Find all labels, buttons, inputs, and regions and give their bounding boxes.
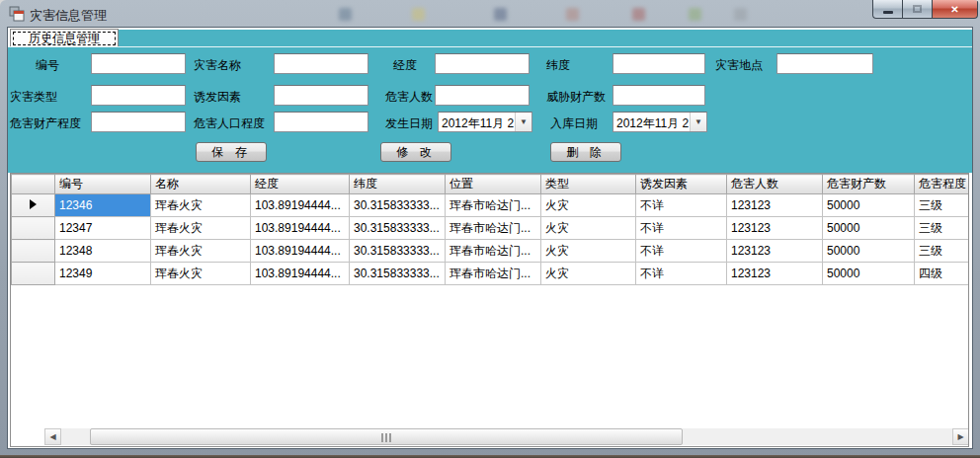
- disaster-place-input[interactable]: [776, 53, 873, 74]
- grid-cell[interactable]: 三级: [915, 240, 970, 263]
- grid-cell[interactable]: 珲春火灾: [151, 263, 251, 285]
- grid-cell[interactable]: 12348: [55, 240, 151, 263]
- scroll-right-button[interactable]: ▶: [952, 428, 969, 445]
- grid-cell[interactable]: 珲春火灾: [151, 217, 251, 240]
- column-header[interactable]: 名称: [151, 175, 251, 194]
- grid-cell[interactable]: 火灾: [541, 194, 636, 217]
- table-row: 12349 珲春火灾 103.89194444... 30.315833333.…: [12, 263, 970, 285]
- occur-date-picker[interactable]: 2012年11月 2日 ▼: [438, 112, 532, 132]
- grid-cell[interactable]: 103.89194444...: [251, 194, 350, 217]
- grid-cell[interactable]: 火灾: [541, 240, 636, 263]
- column-header[interactable]: 经度: [251, 175, 350, 194]
- label-longitude: 经度: [393, 57, 417, 74]
- grid-cell[interactable]: 123123: [727, 194, 823, 217]
- row-header[interactable]: [12, 194, 55, 217]
- grid-cell[interactable]: 103.89194444...: [251, 240, 350, 263]
- table-row: 12348 珲春火灾 103.89194444... 30.315833333.…: [12, 240, 970, 263]
- label-place: 灾害地点: [715, 57, 763, 74]
- close-button[interactable]: ✕: [932, 0, 978, 19]
- grid-cell[interactable]: 50000: [823, 263, 915, 285]
- grid-cell[interactable]: 珲春市哈达门...: [446, 194, 541, 217]
- scroll-left-button[interactable]: ◀: [44, 428, 61, 445]
- row-header[interactable]: [12, 240, 55, 263]
- row-header[interactable]: [12, 217, 55, 240]
- chevron-down-icon[interactable]: ▼: [515, 113, 531, 131]
- grid-cell-selected[interactable]: 12346: [55, 194, 151, 217]
- label-factor: 诱发因素: [194, 89, 241, 106]
- grid-cell[interactable]: 103.89194444...: [251, 263, 350, 285]
- scrollbar-thumb[interactable]: [90, 428, 683, 445]
- data-grid: 编号 名称 经度 纬度 位置 类型 诱发因素 危害人数 危害财产数 危害程度 1…: [10, 173, 969, 447]
- label-threat: 威胁财产数: [546, 89, 606, 106]
- grid-cell[interactable]: 火灾: [541, 217, 636, 240]
- disaster-type-input[interactable]: [91, 85, 186, 106]
- longitude-input[interactable]: [435, 53, 530, 74]
- grid-cell[interactable]: 珲春市哈达门...: [446, 240, 541, 263]
- grid-cell[interactable]: 30.315833333...: [350, 217, 446, 240]
- store-date-value: 2012年11月 2日: [616, 115, 700, 132]
- column-header[interactable]: 危害人数: [727, 175, 823, 194]
- ghost-icon: [632, 8, 645, 21]
- threatened-property-input[interactable]: [612, 85, 705, 106]
- grid-cell[interactable]: 12347: [55, 217, 151, 240]
- minimize-button[interactable]: [872, 0, 902, 19]
- grid-cell[interactable]: 30.315833333...: [350, 194, 446, 217]
- grid-cell[interactable]: 50000: [823, 194, 915, 217]
- window-controls: ✕: [872, 0, 978, 19]
- label-people: 危害人数: [385, 89, 433, 106]
- column-header[interactable]: 纬度: [350, 175, 446, 194]
- grid-cell[interactable]: 不详: [636, 240, 727, 263]
- grid-cell[interactable]: 30.315833333...: [350, 263, 446, 285]
- grid-cell[interactable]: 不详: [636, 194, 727, 217]
- grid-cell[interactable]: 30.315833333...: [350, 240, 446, 263]
- column-header[interactable]: 编号: [55, 175, 151, 194]
- label-name: 灾害名称: [194, 57, 241, 74]
- grid-cell[interactable]: 123123: [727, 217, 823, 240]
- column-header[interactable]: 危害财产数: [823, 175, 915, 194]
- grid-cell[interactable]: 12349: [55, 263, 151, 285]
- grid-cell[interactable]: 珲春火灾: [151, 240, 251, 263]
- property-degree-input[interactable]: [91, 112, 186, 132]
- title-bar[interactable]: 灾害信息管理 ✕: [0, 0, 980, 28]
- chevron-down-icon[interactable]: ▼: [690, 113, 706, 131]
- ghost-icon: [689, 8, 701, 21]
- grid-cell[interactable]: 三级: [915, 194, 970, 217]
- grid-cell[interactable]: 珲春市哈达门...: [446, 217, 541, 240]
- column-header[interactable]: 危害程度: [915, 175, 970, 194]
- grid-cell[interactable]: 123123: [727, 240, 823, 263]
- scrollbar-grip-icon: [381, 433, 391, 442]
- label-latitude: 纬度: [546, 57, 570, 74]
- store-date-picker[interactable]: 2012年11月 2日 ▼: [612, 112, 707, 132]
- grid-cell[interactable]: 103.89194444...: [251, 217, 350, 240]
- grid-cell[interactable]: 不详: [636, 217, 727, 240]
- grid-cell[interactable]: 珲春火灾: [151, 194, 251, 217]
- column-header[interactable]: 类型: [541, 175, 636, 194]
- disaster-name-input[interactable]: [274, 53, 368, 74]
- column-header[interactable]: 位置: [446, 175, 541, 194]
- app-window: 灾害信息管理 ✕ 历史信息管理 编号 灾害名称 经度: [0, 0, 980, 458]
- trigger-factor-input[interactable]: [274, 85, 368, 106]
- delete-button[interactable]: 删 除: [550, 142, 621, 162]
- grid-cell[interactable]: 火灾: [541, 263, 636, 285]
- grid-cell[interactable]: 四级: [915, 263, 970, 285]
- grid-header-row: 编号 名称 经度 纬度 位置 类型 诱发因素 危害人数 危害财产数 危害程度: [12, 175, 970, 194]
- grid-cell[interactable]: 50000: [823, 217, 915, 240]
- horizontal-scrollbar[interactable]: ◀ ▶: [44, 428, 969, 445]
- grid-cell[interactable]: 三级: [915, 217, 970, 240]
- grid-cell[interactable]: 123123: [727, 263, 823, 285]
- table-row: 12346 珲春火灾 103.89194444... 30.315833333.…: [12, 194, 970, 217]
- id-input[interactable]: [91, 53, 186, 74]
- maximize-button[interactable]: [902, 0, 932, 19]
- label-occur-date: 发生日期: [385, 115, 433, 132]
- grid-cell[interactable]: 不详: [636, 263, 727, 285]
- grid-cell[interactable]: 珲春市哈达门...: [446, 263, 541, 285]
- column-header[interactable]: 诱发因素: [636, 175, 727, 194]
- population-degree-input[interactable]: [274, 112, 368, 132]
- latitude-input[interactable]: [612, 53, 705, 74]
- tab-history-management[interactable]: 历史信息管理: [10, 29, 119, 46]
- grid-cell[interactable]: 50000: [823, 240, 915, 263]
- modify-button[interactable]: 修 改: [380, 142, 451, 162]
- harmed-people-input[interactable]: [435, 85, 530, 106]
- save-button[interactable]: 保 存: [196, 142, 267, 162]
- row-header[interactable]: [12, 263, 55, 285]
